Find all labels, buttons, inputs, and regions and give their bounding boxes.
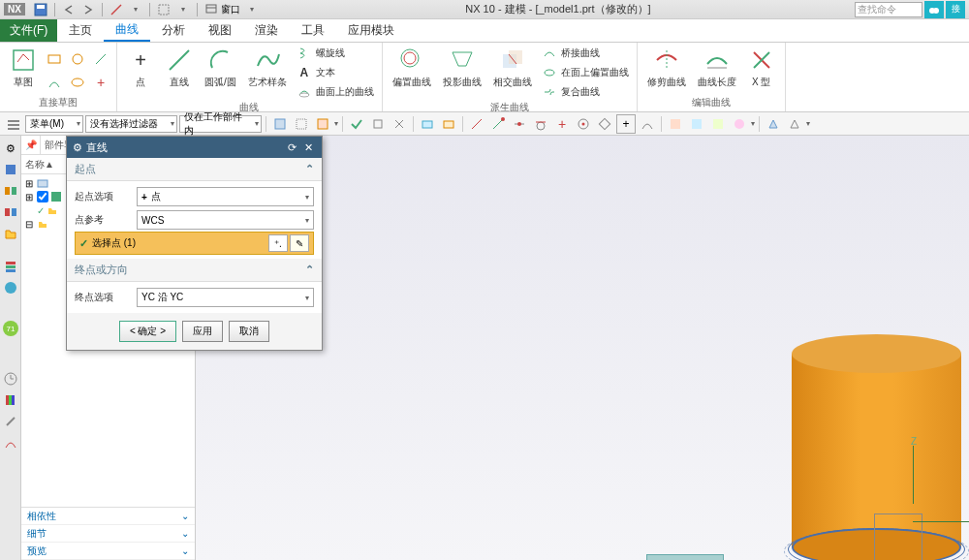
cloud-icon[interactable] bbox=[924, 1, 944, 18]
bridge-curve-button[interactable]: 桥接曲线 bbox=[540, 45, 631, 62]
reuse-icon[interactable] bbox=[2, 203, 19, 221]
arc-circle-button[interactable]: 圆弧/圆 bbox=[201, 45, 240, 101]
sel-icon-4[interactable] bbox=[347, 114, 366, 134]
point-button[interactable]: +点 bbox=[123, 45, 158, 101]
sel-icon-7[interactable] bbox=[418, 114, 437, 134]
close-icon[interactable]: ✕ bbox=[301, 141, 316, 154]
surface-curve-button[interactable]: 曲面上的曲线 bbox=[295, 83, 376, 101]
tab-app[interactable]: 应用模块 bbox=[336, 19, 406, 42]
gear-icon[interactable]: ⚙ bbox=[73, 141, 82, 154]
sel-icon-5[interactable] bbox=[368, 114, 388, 134]
curve-tool-icon[interactable] bbox=[2, 434, 19, 451]
ok-button[interactable]: < 确定 > bbox=[119, 321, 176, 342]
details-row[interactable]: 细节⌄ bbox=[21, 525, 195, 543]
window-icon[interactable] bbox=[203, 2, 219, 17]
apply-button[interactable]: 应用 bbox=[182, 321, 223, 342]
sline-icon[interactable] bbox=[91, 49, 110, 69]
sel-icon-1[interactable] bbox=[270, 114, 290, 134]
sel-icon-8[interactable] bbox=[439, 114, 458, 134]
tab-home[interactable]: 主页 bbox=[57, 19, 104, 42]
snap-circle-icon[interactable] bbox=[574, 114, 593, 134]
pick-point-button[interactable]: ✎ bbox=[290, 234, 309, 252]
tab-tools[interactable]: 工具 bbox=[290, 19, 336, 42]
pin-icon[interactable]: 📌 bbox=[21, 136, 41, 154]
point-ref-dropdown[interactable]: WCS bbox=[137, 210, 314, 230]
helix-button[interactable]: 螺旋线 bbox=[295, 45, 376, 62]
window-menu-label[interactable]: 窗口 bbox=[221, 3, 240, 16]
palette-icon[interactable] bbox=[2, 391, 19, 409]
file-menu[interactable]: 文件(F) bbox=[0, 19, 57, 42]
dropdown-icon[interactable]: ▾ bbox=[128, 2, 143, 17]
rect-icon[interactable] bbox=[45, 49, 64, 69]
layers-icon[interactable] bbox=[2, 258, 19, 275]
snap-tangent-icon[interactable] bbox=[531, 114, 550, 134]
line-button[interactable]: 直线 bbox=[162, 45, 197, 101]
select-icon[interactable] bbox=[156, 2, 172, 17]
redo-icon[interactable] bbox=[80, 2, 96, 17]
tab-curve[interactable]: 曲线 bbox=[104, 19, 150, 42]
view-icon-4[interactable] bbox=[730, 114, 749, 134]
view-icon-3[interactable] bbox=[708, 114, 728, 134]
x-form-button[interactable]: X 型 bbox=[744, 45, 779, 96]
more-icon[interactable]: 接 bbox=[946, 1, 965, 18]
save-icon[interactable] bbox=[33, 2, 48, 17]
snap-quad-icon[interactable] bbox=[595, 114, 614, 134]
tab-render[interactable]: 渲染 bbox=[243, 19, 290, 42]
gear-icon[interactable]: ⚙ bbox=[2, 140, 19, 157]
dependency-row[interactable]: 相依性⌄ bbox=[21, 508, 195, 525]
project-curve-button[interactable]: 投影曲线 bbox=[439, 45, 485, 101]
offset-curve-button[interactable]: 偏置曲线 bbox=[389, 45, 435, 101]
arc-icon[interactable] bbox=[45, 73, 64, 92]
select-point-row[interactable]: ✓ 选择点 (1) ⁺. ✎ bbox=[75, 232, 314, 255]
view-icon-1[interactable] bbox=[666, 114, 685, 134]
menu-dropdown-icon[interactable] bbox=[4, 114, 23, 134]
render-icon-1[interactable] bbox=[764, 114, 783, 134]
internet-icon[interactable] bbox=[2, 279, 19, 296]
sel-icon-2[interactable] bbox=[292, 114, 311, 134]
undo-icon[interactable] bbox=[61, 2, 77, 17]
tab-view[interactable]: 视图 bbox=[197, 19, 243, 42]
start-section-header[interactable]: 起点⌃ bbox=[67, 158, 322, 181]
plus-icon[interactable]: + bbox=[91, 73, 110, 92]
ellipse-icon[interactable] bbox=[68, 73, 87, 92]
render-icon-2[interactable] bbox=[785, 114, 804, 134]
snap-end-icon[interactable] bbox=[488, 114, 508, 134]
end-section-header[interactable]: 终点或方向⌃ bbox=[67, 259, 322, 282]
sel-icon-6[interactable] bbox=[390, 114, 409, 134]
line-icon[interactable] bbox=[109, 2, 124, 17]
reset-icon[interactable]: ⟳ bbox=[285, 141, 299, 154]
circle-icon[interactable] bbox=[68, 49, 87, 69]
snap-arc-icon[interactable] bbox=[638, 114, 657, 134]
tab-analysis[interactable]: 分析 bbox=[150, 19, 197, 42]
scope-dropdown[interactable]: 仅在工作部件内 bbox=[179, 115, 262, 133]
cancel-button[interactable]: 取消 bbox=[229, 321, 269, 342]
snap-mid-icon[interactable] bbox=[510, 114, 529, 134]
text-button[interactable]: A文本 bbox=[295, 64, 376, 81]
offset-on-face-button[interactable]: 在面上偏置曲线 bbox=[540, 64, 631, 81]
preview-row[interactable]: 预览⌄ bbox=[21, 543, 195, 560]
dropdown-icon[interactable]: ▾ bbox=[175, 2, 191, 17]
end-option-dropdown[interactable]: YC 沿 YC bbox=[137, 288, 314, 307]
snap-plus-icon[interactable]: + bbox=[552, 114, 572, 134]
filter-dropdown[interactable]: 没有选择过滤器 bbox=[85, 115, 177, 133]
sel-icon-3[interactable] bbox=[313, 114, 332, 134]
intersect-curve-button[interactable]: 相交曲线 bbox=[489, 45, 536, 101]
search-input[interactable]: 查找命令 bbox=[855, 2, 922, 17]
dialog-title-bar[interactable]: ⚙ 直线 ⟳ ✕ bbox=[67, 137, 322, 158]
composite-curve-button[interactable]: 复合曲线 bbox=[540, 83, 631, 101]
point-constructor-button[interactable]: ⁺. bbox=[268, 234, 288, 252]
menu-dropdown[interactable]: 菜单(M) bbox=[25, 115, 83, 133]
dropdown-icon[interactable]: ▾ bbox=[244, 2, 260, 17]
snap-line-icon[interactable] bbox=[467, 114, 486, 134]
snap-plus2-icon[interactable]: + bbox=[616, 114, 636, 134]
sketch-button[interactable]: 草图 bbox=[6, 45, 41, 96]
folder-icon[interactable] bbox=[2, 225, 19, 242]
view-icon-2[interactable] bbox=[687, 114, 706, 134]
brush-icon[interactable] bbox=[2, 413, 19, 430]
badge-71-icon[interactable]: 71 bbox=[2, 320, 19, 337]
clock-icon[interactable] bbox=[2, 370, 19, 388]
spline-button[interactable]: 艺术样条 bbox=[244, 45, 291, 101]
curve-length-button[interactable]: 曲线长度 bbox=[694, 45, 740, 96]
navigator-icon[interactable] bbox=[2, 161, 19, 178]
history-icon[interactable] bbox=[2, 182, 19, 200]
